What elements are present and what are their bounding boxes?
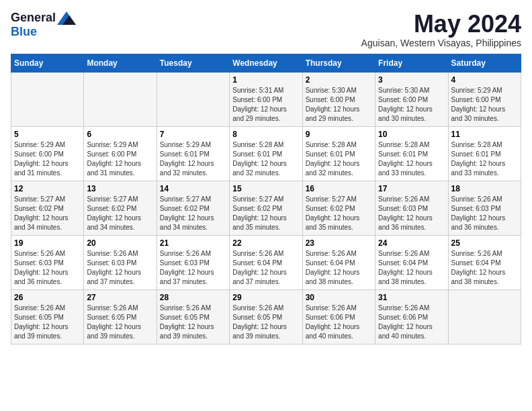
day-info: Sunrise: 5:26 AM Sunset: 6:05 PM Dayligh… — [160, 304, 226, 341]
day-number: 11 — [451, 130, 518, 139]
day-info: Sunrise: 5:28 AM Sunset: 6:01 PM Dayligh… — [232, 140, 299, 178]
day-info: Sunrise: 5:27 AM Sunset: 6:02 PM Dayligh… — [87, 195, 153, 232]
day-number: 21 — [160, 238, 226, 248]
day-info: Sunrise: 5:26 AM Sunset: 6:04 PM Dayligh… — [378, 249, 445, 287]
location-title: Aguisan, Western Visayas, Philippines — [361, 38, 521, 48]
calendar-cell: 10Sunrise: 5:28 AM Sunset: 6:01 PM Dayli… — [375, 126, 448, 181]
day-info: Sunrise: 5:28 AM Sunset: 6:01 PM Dayligh… — [306, 140, 372, 178]
day-number: 22 — [232, 238, 299, 248]
day-info: Sunrise: 5:30 AM Sunset: 6:00 PM Dayligh… — [378, 86, 445, 124]
calendar-header: SundayMondayTuesdayWednesdayThursdayFrid… — [11, 54, 521, 72]
day-number: 17 — [378, 184, 445, 193]
calendar-cell: 30Sunrise: 5:26 AM Sunset: 6:06 PM Dayli… — [302, 289, 375, 344]
day-number: 15 — [232, 184, 299, 193]
day-number: 24 — [378, 238, 445, 248]
day-info: Sunrise: 5:26 AM Sunset: 6:06 PM Dayligh… — [378, 304, 445, 341]
day-info: Sunrise: 5:26 AM Sunset: 6:04 PM Dayligh… — [306, 249, 372, 287]
day-info: Sunrise: 5:26 AM Sunset: 6:03 PM Dayligh… — [451, 195, 518, 232]
calendar-cell: 5Sunrise: 5:29 AM Sunset: 6:00 PM Daylig… — [11, 126, 84, 181]
day-info: Sunrise: 5:29 AM Sunset: 6:00 PM Dayligh… — [87, 140, 153, 178]
weekday-header: Friday — [375, 54, 448, 72]
day-info: Sunrise: 5:26 AM Sunset: 6:04 PM Dayligh… — [232, 249, 299, 287]
calendar-cell: 28Sunrise: 5:26 AM Sunset: 6:05 PM Dayli… — [157, 289, 229, 344]
calendar-cell: 31Sunrise: 5:26 AM Sunset: 6:06 PM Dayli… — [375, 289, 448, 344]
day-info: Sunrise: 5:28 AM Sunset: 6:01 PM Dayligh… — [451, 140, 518, 178]
calendar-cell: 6Sunrise: 5:29 AM Sunset: 6:00 PM Daylig… — [84, 126, 157, 181]
day-number: 4 — [451, 75, 518, 85]
calendar-cell: 20Sunrise: 5:26 AM Sunset: 6:03 PM Dayli… — [84, 235, 157, 289]
calendar-body: 1Sunrise: 5:31 AM Sunset: 6:00 PM Daylig… — [11, 72, 521, 344]
calendar-week-row: 26Sunrise: 5:26 AM Sunset: 6:05 PM Dayli… — [11, 289, 521, 344]
day-info: Sunrise: 5:26 AM Sunset: 6:03 PM Dayligh… — [160, 249, 226, 287]
day-info: Sunrise: 5:27 AM Sunset: 6:02 PM Dayligh… — [160, 195, 226, 232]
day-info: Sunrise: 5:29 AM Sunset: 6:00 PM Dayligh… — [451, 86, 518, 124]
logo: General Blue — [11, 11, 76, 39]
day-number: 12 — [14, 184, 81, 193]
calendar-week-row: 19Sunrise: 5:26 AM Sunset: 6:03 PM Dayli… — [11, 235, 521, 289]
calendar-cell: 15Sunrise: 5:27 AM Sunset: 6:02 PM Dayli… — [230, 181, 302, 235]
calendar-cell: 21Sunrise: 5:26 AM Sunset: 6:03 PM Dayli… — [157, 235, 229, 289]
calendar-cell: 9Sunrise: 5:28 AM Sunset: 6:01 PM Daylig… — [302, 126, 375, 181]
day-number: 30 — [306, 293, 372, 302]
day-info: Sunrise: 5:31 AM Sunset: 6:00 PM Dayligh… — [232, 86, 299, 124]
calendar-cell: 11Sunrise: 5:28 AM Sunset: 6:01 PM Dayli… — [448, 126, 521, 181]
day-info: Sunrise: 5:26 AM Sunset: 6:03 PM Dayligh… — [378, 195, 445, 232]
day-number: 14 — [160, 184, 226, 193]
calendar-cell: 2Sunrise: 5:30 AM Sunset: 6:00 PM Daylig… — [302, 72, 375, 126]
day-number: 2 — [306, 75, 372, 85]
calendar-cell — [157, 72, 229, 126]
day-info: Sunrise: 5:26 AM Sunset: 6:03 PM Dayligh… — [87, 249, 153, 287]
day-info: Sunrise: 5:27 AM Sunset: 6:02 PM Dayligh… — [14, 195, 81, 232]
calendar-cell: 27Sunrise: 5:26 AM Sunset: 6:05 PM Dayli… — [84, 289, 157, 344]
logo-icon — [57, 11, 76, 25]
day-info: Sunrise: 5:30 AM Sunset: 6:00 PM Dayligh… — [306, 86, 372, 124]
day-info: Sunrise: 5:29 AM Sunset: 6:00 PM Dayligh… — [14, 140, 81, 178]
day-number: 8 — [232, 130, 299, 139]
calendar-cell: 13Sunrise: 5:27 AM Sunset: 6:02 PM Dayli… — [84, 181, 157, 235]
weekday-header: Tuesday — [157, 54, 229, 72]
day-number: 5 — [14, 130, 81, 139]
calendar-cell — [11, 72, 84, 126]
day-number: 19 — [14, 238, 81, 248]
calendar-week-row: 1Sunrise: 5:31 AM Sunset: 6:00 PM Daylig… — [11, 72, 521, 126]
logo-general-text: General — [11, 11, 56, 25]
calendar-cell: 23Sunrise: 5:26 AM Sunset: 6:04 PM Dayli… — [302, 235, 375, 289]
calendar-cell: 22Sunrise: 5:26 AM Sunset: 6:04 PM Dayli… — [230, 235, 302, 289]
calendar-cell: 19Sunrise: 5:26 AM Sunset: 6:03 PM Dayli… — [11, 235, 84, 289]
weekday-row: SundayMondayTuesdayWednesdayThursdayFrid… — [11, 54, 521, 72]
day-number: 27 — [87, 293, 153, 302]
day-info: Sunrise: 5:26 AM Sunset: 6:05 PM Dayligh… — [87, 304, 153, 341]
weekday-header: Sunday — [11, 54, 84, 72]
day-info: Sunrise: 5:26 AM Sunset: 6:06 PM Dayligh… — [306, 304, 372, 341]
weekday-header: Saturday — [448, 54, 521, 72]
day-info: Sunrise: 5:26 AM Sunset: 6:03 PM Dayligh… — [14, 249, 81, 287]
calendar-cell: 7Sunrise: 5:29 AM Sunset: 6:01 PM Daylig… — [157, 126, 229, 181]
day-info: Sunrise: 5:29 AM Sunset: 6:01 PM Dayligh… — [160, 140, 226, 178]
day-number: 6 — [87, 130, 153, 139]
day-info: Sunrise: 5:26 AM Sunset: 6:05 PM Dayligh… — [232, 304, 299, 341]
calendar-cell: 18Sunrise: 5:26 AM Sunset: 6:03 PM Dayli… — [448, 181, 521, 235]
calendar-cell: 3Sunrise: 5:30 AM Sunset: 6:00 PM Daylig… — [375, 72, 448, 126]
day-number: 20 — [87, 238, 153, 248]
weekday-header: Thursday — [302, 54, 375, 72]
calendar-table: SundayMondayTuesdayWednesdayThursdayFrid… — [11, 54, 521, 345]
month-title: May 2024 — [361, 11, 521, 38]
day-number: 10 — [378, 130, 445, 139]
day-number: 13 — [87, 184, 153, 193]
day-number: 16 — [306, 184, 372, 193]
calendar-cell: 26Sunrise: 5:26 AM Sunset: 6:05 PM Dayli… — [11, 289, 84, 344]
weekday-header: Wednesday — [230, 54, 302, 72]
day-info: Sunrise: 5:28 AM Sunset: 6:01 PM Dayligh… — [378, 140, 445, 178]
day-number: 23 — [306, 238, 372, 248]
calendar-cell: 29Sunrise: 5:26 AM Sunset: 6:05 PM Dayli… — [230, 289, 302, 344]
day-number: 26 — [14, 293, 81, 302]
calendar-week-row: 12Sunrise: 5:27 AM Sunset: 6:02 PM Dayli… — [11, 181, 521, 235]
day-info: Sunrise: 5:26 AM Sunset: 6:05 PM Dayligh… — [14, 304, 81, 341]
calendar-cell: 4Sunrise: 5:29 AM Sunset: 6:00 PM Daylig… — [448, 72, 521, 126]
weekday-header: Monday — [84, 54, 157, 72]
day-number: 7 — [160, 130, 226, 139]
day-number: 28 — [160, 293, 226, 302]
calendar-week-row: 5Sunrise: 5:29 AM Sunset: 6:00 PM Daylig… — [11, 126, 521, 181]
calendar-cell — [84, 72, 157, 126]
day-number: 3 — [378, 75, 445, 85]
